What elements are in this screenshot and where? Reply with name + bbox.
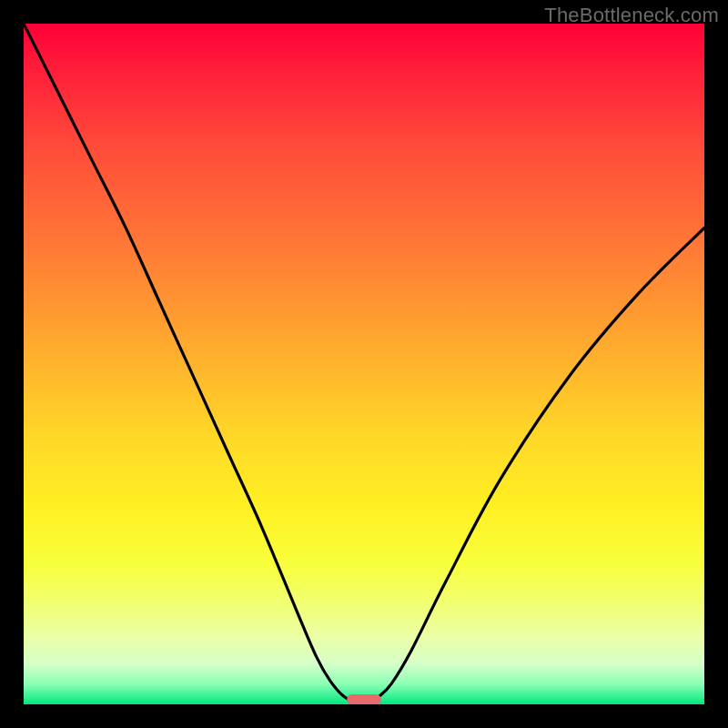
watermark-text: TheBottleneck.com [544, 4, 719, 27]
chart-svg [24, 24, 704, 704]
chart-plot-area [24, 24, 704, 704]
bottleneck-curve [24, 24, 704, 704]
min-marker [347, 694, 380, 704]
